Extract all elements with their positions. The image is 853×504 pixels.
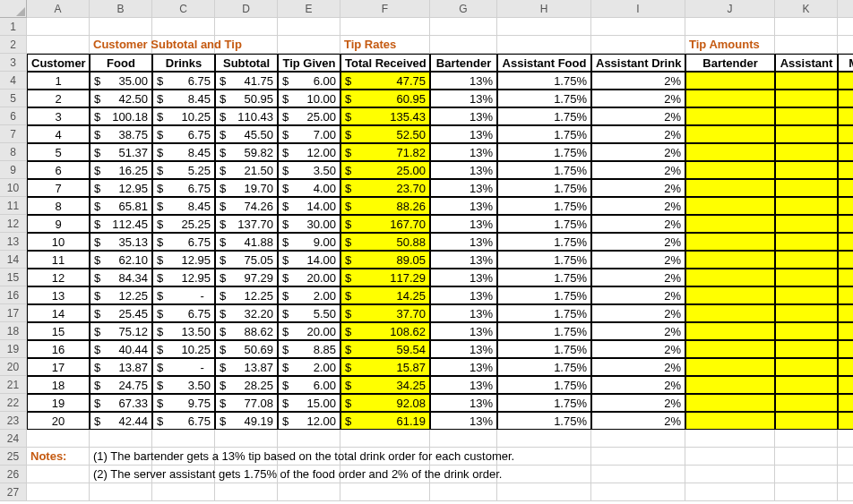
row-header-15[interactable]: 15 <box>0 269 27 286</box>
cell-bartender-amt[interactable] <box>685 376 775 394</box>
col-header-H[interactable]: H <box>497 0 591 18</box>
cell-subtotal[interactable]: $50.95 <box>215 90 278 107</box>
cell[interactable] <box>838 448 853 466</box>
row-header-4[interactable]: 4 <box>0 72 27 90</box>
cell-my-net-tip[interactable] <box>838 412 853 430</box>
cell-my-net-tip[interactable] <box>838 90 853 107</box>
cell[interactable] <box>685 18 775 36</box>
cell-assistant-food-rate[interactable]: 1.75% <box>497 107 591 125</box>
cell-total-received[interactable]: $52.50 <box>340 125 430 143</box>
cell[interactable] <box>152 430 215 448</box>
cell-assistant-amt[interactable] <box>775 394 838 412</box>
cell-my-net-tip[interactable] <box>838 161 853 179</box>
cell-subtotal[interactable]: $41.75 <box>215 72 278 90</box>
cell-assistant-amt[interactable] <box>775 286 838 304</box>
cell-bartender-amt[interactable] <box>685 143 775 161</box>
cell-tip-given[interactable]: $7.00 <box>278 125 340 143</box>
cell[interactable] <box>838 18 853 36</box>
cell-total-received[interactable]: $60.95 <box>340 90 430 107</box>
cell-my-net-tip[interactable] <box>838 143 853 161</box>
cell[interactable] <box>27 18 90 36</box>
cell-drinks[interactable]: $10.25 <box>152 340 215 358</box>
cell-my-net-tip[interactable] <box>838 358 853 376</box>
cell-subtotal[interactable]: $28.25 <box>215 376 278 394</box>
cell-subtotal[interactable]: $41.88 <box>215 233 278 251</box>
cell-my-net-tip[interactable] <box>838 286 853 304</box>
cell-subtotal[interactable]: $21.50 <box>215 161 278 179</box>
cell-bartender-rate[interactable]: 13% <box>430 107 497 125</box>
row-header-11[interactable]: 11 <box>0 197 27 215</box>
cell-bartender-rate[interactable]: 13% <box>430 197 497 215</box>
cell-assistant-amt[interactable] <box>775 197 838 215</box>
cell-total-received[interactable]: $89.05 <box>340 251 430 269</box>
cell-drinks[interactable]: $6.75 <box>152 233 215 251</box>
cell-bartender-amt[interactable] <box>685 72 775 90</box>
cell-food[interactable]: $25.45 <box>90 304 152 322</box>
cell-subtotal[interactable]: $19.70 <box>215 179 278 197</box>
cell-my-net-tip[interactable] <box>838 125 853 143</box>
cell-assistant-drink-rate[interactable]: 2% <box>591 72 685 90</box>
cell-assistant-food-rate[interactable]: 1.75% <box>497 143 591 161</box>
cell-my-net-tip[interactable] <box>838 233 853 251</box>
cell-bartender-amt[interactable] <box>685 125 775 143</box>
cell-drinks[interactable]: $8.45 <box>152 143 215 161</box>
cell-subtotal[interactable]: $88.62 <box>215 322 278 340</box>
row-header-23[interactable]: 23 <box>0 412 27 430</box>
cell[interactable] <box>591 36 685 54</box>
cell[interactable] <box>775 36 838 54</box>
cell-customer[interactable]: 16 <box>27 340 90 358</box>
cell-assistant-drink-rate[interactable]: 2% <box>591 179 685 197</box>
cell-assistant-food-rate[interactable]: 1.75% <box>497 358 591 376</box>
cell-assistant-food-rate[interactable]: 1.75% <box>497 179 591 197</box>
cell-bartender-amt[interactable] <box>685 304 775 322</box>
cell[interactable] <box>152 18 215 36</box>
cell-bartender-rate[interactable]: 13% <box>430 233 497 251</box>
row-header-24[interactable]: 24 <box>0 430 27 448</box>
cell-tip-given[interactable]: $14.00 <box>278 197 340 215</box>
cell-customer[interactable]: 9 <box>27 215 90 233</box>
col-header-D[interactable]: D <box>215 0 278 18</box>
cell[interactable] <box>278 430 340 448</box>
cell-subtotal[interactable]: $13.87 <box>215 358 278 376</box>
spreadsheet-grid[interactable]: ABCDEFGHIJKL12Customer Subtotal and TipT… <box>0 0 853 501</box>
cell-bartender-rate[interactable]: 13% <box>430 340 497 358</box>
cell-tip-given[interactable]: $14.00 <box>278 251 340 269</box>
cell-subtotal[interactable]: $77.08 <box>215 394 278 412</box>
cell[interactable] <box>838 36 853 54</box>
cell-bartender-amt[interactable] <box>685 179 775 197</box>
cell-bartender-amt[interactable] <box>685 340 775 358</box>
cell-tip-given[interactable]: $3.50 <box>278 161 340 179</box>
col-header-C[interactable]: C <box>152 0 215 18</box>
cell-customer[interactable]: 3 <box>27 107 90 125</box>
row-header-7[interactable]: 7 <box>0 125 27 143</box>
col-header-J[interactable]: J <box>685 0 775 18</box>
cell[interactable] <box>27 483 90 501</box>
cell-food[interactable]: $42.50 <box>90 90 152 107</box>
cell-assistant-food-rate[interactable]: 1.75% <box>497 286 591 304</box>
cell[interactable] <box>90 18 152 36</box>
cell-tip-given[interactable]: $30.00 <box>278 215 340 233</box>
cell-food[interactable]: $42.44 <box>90 412 152 430</box>
cell[interactable] <box>27 430 90 448</box>
cell-assistant-food-rate[interactable]: 1.75% <box>497 215 591 233</box>
row-header-25[interactable]: 25 <box>0 448 27 466</box>
cell-drinks[interactable]: $6.75 <box>152 125 215 143</box>
row-header-13[interactable]: 13 <box>0 233 27 251</box>
cell[interactable] <box>838 466 853 483</box>
cell[interactable] <box>340 18 430 36</box>
cell-customer[interactable]: 4 <box>27 125 90 143</box>
cell-bartender-amt[interactable] <box>685 269 775 286</box>
cell-bartender-amt[interactable] <box>685 358 775 376</box>
cell[interactable] <box>215 483 278 501</box>
cell-tip-given[interactable]: $15.00 <box>278 394 340 412</box>
cell-drinks[interactable]: $6.75 <box>152 304 215 322</box>
cell-assistant-drink-rate[interactable]: 2% <box>591 251 685 269</box>
cell-customer[interactable]: 15 <box>27 322 90 340</box>
cell-bartender-amt[interactable] <box>685 251 775 269</box>
cell-food[interactable]: $62.10 <box>90 251 152 269</box>
cell-assistant-food-rate[interactable]: 1.75% <box>497 233 591 251</box>
cell-bartender-rate[interactable]: 13% <box>430 322 497 340</box>
cell-bartender-amt[interactable] <box>685 233 775 251</box>
row-header-17[interactable]: 17 <box>0 304 27 322</box>
cell-drinks[interactable]: $9.75 <box>152 394 215 412</box>
